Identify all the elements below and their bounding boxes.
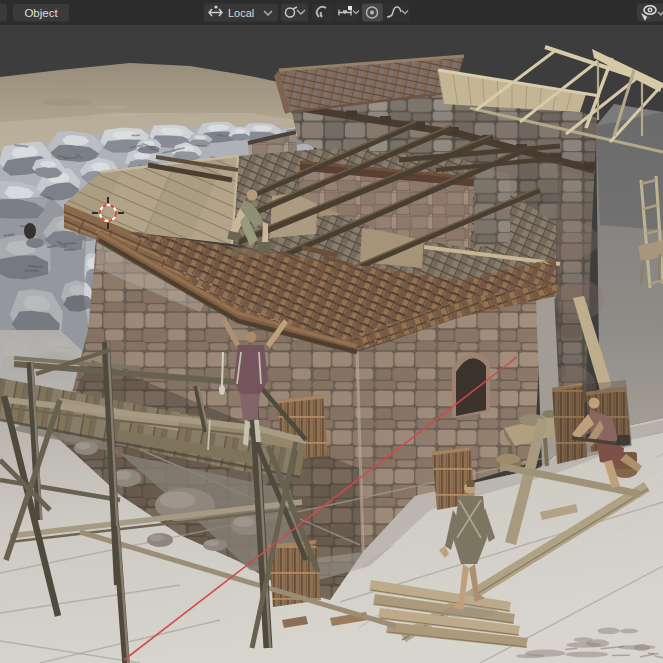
svg-text:Local: Local xyxy=(228,7,254,19)
svg-text:Object: Object xyxy=(24,7,58,19)
